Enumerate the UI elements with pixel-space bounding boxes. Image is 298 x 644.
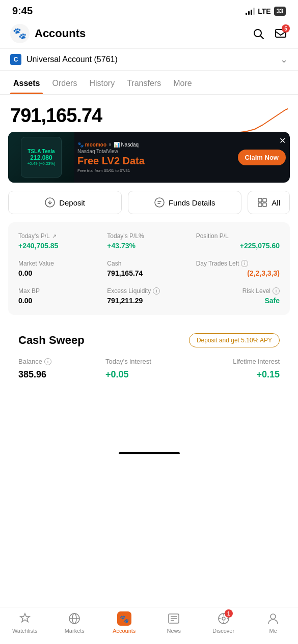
chevron-down-icon: ⌄ (280, 54, 288, 65)
claim-now-button[interactable]: Claim Now (238, 150, 286, 165)
phone-mockup: TSLA Tesla 212.080 +0.49 (+0.23%) (21, 137, 62, 178)
cash-sweep-grid: Balance i 385.96 Today's interest +0.05 … (18, 358, 280, 380)
discover-badge: 1 (225, 609, 233, 618)
notification-badge: 5 (282, 24, 290, 33)
svg-rect-7 (258, 198, 262, 202)
banner-close-button[interactable]: ✕ (279, 136, 286, 145)
nav-watchlists[interactable]: Watchlists (10, 611, 40, 634)
cash-sweep-title: Cash Sweep (18, 334, 85, 347)
svg-point-21 (222, 617, 225, 620)
banner-trial: Free trial from 05/01 to 07/31 (77, 168, 233, 173)
nav-markets-label: Markets (65, 628, 85, 634)
bottom-nav: Watchlists Markets 🐾 Accounts (0, 607, 298, 644)
nav-news-label: News (167, 628, 181, 634)
banner-image: TSLA Tesla 212.080 +0.49 (+0.23%) (8, 132, 74, 183)
me-icon (266, 611, 280, 626)
share-icon: ↗ (52, 233, 57, 240)
stat-position-pl: Position P/L +225,075.60 (196, 232, 280, 250)
stat-excess-liquidity: Excess Liquidity i 791,211.29 (107, 287, 191, 305)
deposit-button[interactable]: Deposit (8, 191, 122, 214)
tab-more[interactable]: More (168, 71, 197, 94)
deposit-icon (45, 197, 55, 208)
promo-banner: TSLA Tesla 212.080 +0.49 (+0.23%) 🐾 moom… (8, 132, 290, 183)
info-icon-2: i (153, 287, 160, 295)
discover-icon: 1 (216, 611, 231, 626)
header-left: 🐾 Accounts (10, 24, 86, 43)
nav-markets[interactable]: Markets (59, 611, 90, 634)
nav-watchlists-label: Watchlists (12, 628, 38, 634)
assets-section: 791,165.74 (0, 95, 298, 132)
cs-today-interest: Today's interest +0.05 (105, 358, 193, 380)
all-icon (257, 197, 267, 208)
funds-details-button[interactable]: Funds Details (128, 191, 241, 214)
stat-max-bp: Max BP 0.00 (18, 287, 102, 305)
cash-sweep-section: Cash Sweep Deposit and get 5.10% APY Bal… (8, 323, 290, 390)
stat-risk-level: Risk Level i Safe (196, 287, 280, 305)
page-title: Accounts (35, 27, 86, 40)
status-icons: LTE 33 (246, 7, 286, 16)
nav-news[interactable]: News (158, 611, 189, 634)
home-indicator (119, 452, 180, 454)
nav-me[interactable]: Me (258, 611, 288, 634)
lte-label: LTE (258, 7, 270, 15)
header-actions: 5 (251, 26, 288, 41)
stats-grid: Today's P/L ↗ +240,705.85 Today's P/L% +… (18, 232, 280, 305)
account-selector[interactable]: C Universal Account (5761) ⌄ (0, 48, 298, 71)
stat-cash: Cash 791,165.74 (107, 260, 191, 277)
info-icon: i (241, 260, 248, 267)
status-time: 9:45 (12, 5, 33, 17)
apy-badge[interactable]: Deposit and get 5.10% APY (189, 333, 280, 347)
tab-transfers[interactable]: Transfers (122, 71, 166, 94)
balance-info-icon: i (44, 358, 51, 365)
action-buttons: Deposit Funds Details All (0, 191, 298, 222)
app-logo: 🐾 (10, 24, 30, 43)
stats-card: Today's P/L ↗ +240,705.85 Today's P/L% +… (8, 222, 290, 315)
battery-icon: 33 (274, 7, 286, 16)
cs-balance: Balance i 385.96 (18, 358, 105, 380)
cs-lifetime-interest: Lifetime interest +0.15 (193, 358, 280, 380)
funds-icon (154, 197, 165, 208)
news-icon (167, 611, 181, 626)
info-icon-3: i (273, 287, 280, 295)
account-name: Universal Account (5761) (26, 55, 118, 64)
svg-text:🐾: 🐾 (13, 26, 27, 40)
sub-tabs: Assets Orders History Transfers More (0, 71, 298, 95)
markets-icon (67, 611, 82, 626)
tab-assets[interactable]: Assets (8, 71, 45, 94)
mini-chart (237, 105, 288, 135)
banner-title: Free LV2 Data (77, 155, 233, 166)
stat-day-trades: Day Trades Left i (2,2,3,3,3) (196, 260, 280, 277)
signal-icon (246, 8, 255, 15)
messages-button[interactable]: 5 (274, 26, 288, 41)
nav-accounts-label: Accounts (113, 628, 136, 634)
nav-accounts[interactable]: 🐾 Accounts (109, 611, 140, 634)
accounts-icon: 🐾 (117, 611, 131, 626)
status-bar: 9:45 LTE 33 (0, 0, 298, 20)
all-button[interactable]: All (248, 191, 290, 214)
svg-text:🐾: 🐾 (120, 614, 129, 624)
banner-subtitle: Nasdaq TotalView (77, 149, 233, 154)
stat-todays-pl-pct: Today's P/L% +43.73% (107, 232, 191, 250)
tab-history[interactable]: History (84, 71, 120, 94)
nav-me-label: Me (269, 628, 277, 634)
assets-value: 791,165.74 (10, 105, 102, 126)
nav-discover[interactable]: 1 Discover (208, 611, 239, 634)
stat-market-value: Market Value 0.00 (18, 260, 102, 277)
svg-rect-10 (263, 203, 266, 207)
svg-rect-9 (258, 203, 262, 207)
search-button[interactable] (251, 26, 265, 41)
svg-line-3 (260, 36, 263, 39)
tab-orders[interactable]: Orders (47, 71, 82, 94)
nav-discover-label: Discover (212, 628, 234, 634)
cash-sweep-header: Cash Sweep Deposit and get 5.10% APY (18, 333, 280, 347)
svg-rect-8 (263, 198, 266, 202)
watchlists-icon (18, 611, 32, 626)
header: 🐾 Accounts 5 (0, 20, 298, 48)
svg-point-26 (270, 614, 276, 619)
banner-content: 🐾 moomoo × 📊 Nasdaq Nasdaq TotalView Fre… (74, 137, 238, 178)
svg-point-6 (155, 198, 164, 207)
stat-todays-pl: Today's P/L ↗ +240,705.85 (18, 232, 102, 250)
account-type-icon: C (10, 54, 21, 65)
